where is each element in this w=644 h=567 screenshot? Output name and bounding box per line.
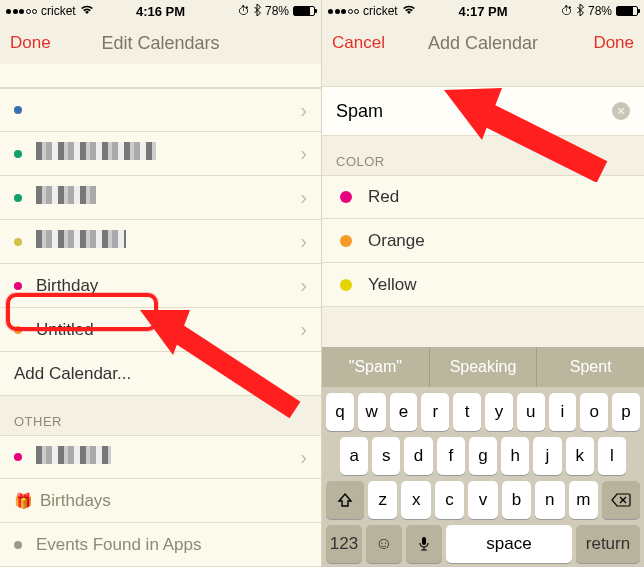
calendar-row[interactable]: › (0, 435, 321, 479)
key-k[interactable]: k (566, 437, 594, 475)
birthdays-row[interactable]: 🎁 Birthdays (0, 479, 321, 523)
events-found-row[interactable]: Events Found in Apps (0, 523, 321, 567)
calendar-row[interactable]: › (0, 220, 321, 264)
key-l[interactable]: l (598, 437, 626, 475)
backspace-key[interactable] (602, 481, 640, 519)
add-calendar-row[interactable]: Add Calendar... (0, 352, 321, 396)
color-dot-icon (14, 150, 22, 158)
events-found-label: Events Found in Apps (36, 535, 307, 555)
gift-icon: 🎁 (14, 492, 26, 510)
status-time: 4:16 PM (136, 4, 185, 19)
keyboard: "Spam"SpeakingSpent qwertyuiop asdfghjkl… (322, 347, 644, 567)
signal-dots-icon (328, 9, 359, 14)
key-h[interactable]: h (501, 437, 529, 475)
key-a[interactable]: a (340, 437, 368, 475)
key-j[interactable]: j (533, 437, 561, 475)
return-key[interactable]: return (576, 525, 640, 563)
shift-key[interactable] (326, 481, 364, 519)
key-b[interactable]: b (502, 481, 531, 519)
calendar-row[interactable]: › (0, 88, 321, 132)
key-v[interactable]: v (468, 481, 497, 519)
key-z[interactable]: z (368, 481, 397, 519)
color-option-row[interactable]: Red (322, 175, 644, 219)
calendar-label (36, 446, 300, 469)
alarm-icon: ⏱ (561, 4, 573, 18)
calendar-label (36, 230, 300, 253)
key-r[interactable]: r (421, 393, 449, 431)
key-w[interactable]: w (358, 393, 386, 431)
calendar-row[interactable]: Untitled› (0, 308, 321, 352)
key-c[interactable]: c (435, 481, 464, 519)
battery-pct: 78% (265, 4, 289, 18)
suggestion[interactable]: Speaking (430, 347, 538, 387)
section-header-other: OTHER (0, 396, 321, 435)
color-option-row[interactable]: Yellow (322, 263, 644, 307)
battery-icon (293, 6, 315, 16)
color-name-label: Red (368, 187, 626, 207)
birthdays-label: Birthdays (40, 491, 307, 511)
bluetooth-icon (254, 4, 261, 19)
key-q[interactable]: q (326, 393, 354, 431)
calendar-label (36, 142, 300, 165)
calendar-label: Birthday (36, 276, 300, 296)
wifi-icon (80, 4, 94, 18)
color-dot-icon (14, 453, 22, 461)
key-i[interactable]: i (549, 393, 577, 431)
key-g[interactable]: g (469, 437, 497, 475)
page-title: Add Calendar (428, 33, 538, 54)
mic-key[interactable] (406, 525, 442, 563)
color-option-row[interactable]: Orange (322, 219, 644, 263)
clear-input-icon[interactable]: × (612, 102, 630, 120)
key-y[interactable]: y (485, 393, 513, 431)
nav-bar: Cancel Add Calendar Done (322, 22, 644, 64)
calendar-row[interactable]: › (0, 132, 321, 176)
key-u[interactable]: u (517, 393, 545, 431)
color-dot-icon (340, 279, 352, 291)
chevron-right-icon: › (300, 318, 307, 341)
key-d[interactable]: d (404, 437, 432, 475)
key-x[interactable]: x (401, 481, 430, 519)
calendar-row[interactable]: Birthday› (0, 264, 321, 308)
wifi-icon (402, 4, 416, 18)
battery-icon (616, 6, 638, 16)
chevron-right-icon: › (300, 274, 307, 297)
status-bar: cricket 4:16 PM ⏱ 78% (0, 0, 321, 22)
key-n[interactable]: n (535, 481, 564, 519)
done-button[interactable]: Done (538, 33, 634, 53)
color-dot-icon (14, 282, 22, 290)
carrier-label: cricket (363, 4, 398, 18)
battery-pct: 78% (588, 4, 612, 18)
done-button[interactable]: Done (10, 33, 101, 53)
space-key[interactable]: space (446, 525, 572, 563)
key-p[interactable]: p (612, 393, 640, 431)
nav-bar: Done Edit Calendars (0, 22, 321, 64)
calendar-row[interactable]: › (0, 176, 321, 220)
key-m[interactable]: m (569, 481, 598, 519)
color-name-label: Yellow (368, 275, 626, 295)
key-e[interactable]: e (390, 393, 418, 431)
suggestion[interactable]: Spent (537, 347, 644, 387)
key-t[interactable]: t (453, 393, 481, 431)
calendar-name-input[interactable] (336, 101, 612, 122)
chevron-right-icon: › (300, 186, 307, 209)
key-f[interactable]: f (437, 437, 465, 475)
suggestion[interactable]: "Spam" (322, 347, 430, 387)
numbers-key[interactable]: 123 (326, 525, 362, 563)
calendar-label: Untitled (36, 320, 300, 340)
calendar-name-input-row: × (322, 86, 644, 136)
chevron-right-icon: › (300, 446, 307, 469)
key-o[interactable]: o (580, 393, 608, 431)
cancel-button[interactable]: Cancel (332, 33, 428, 53)
alarm-icon: ⏱ (238, 4, 250, 18)
chevron-right-icon: › (300, 230, 307, 253)
calendar-label (36, 186, 300, 209)
color-dot-icon (340, 235, 352, 247)
signal-dots-icon (6, 9, 37, 14)
emoji-key[interactable]: ☺ (366, 525, 402, 563)
color-dot-icon (14, 326, 22, 334)
chevron-right-icon: › (300, 99, 307, 122)
color-dot-icon (14, 194, 22, 202)
key-s[interactable]: s (372, 437, 400, 475)
status-bar: cricket 4:17 PM ⏱ 78% (322, 0, 644, 22)
section-header-color: COLOR (322, 136, 644, 175)
